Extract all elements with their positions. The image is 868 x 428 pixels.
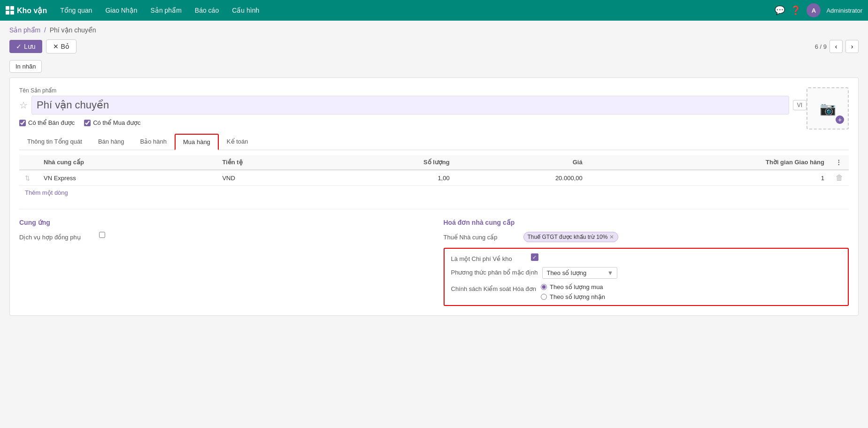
menu-item-delivery[interactable]: Giao Nhận [100, 0, 143, 21]
pagination-text: 6 / 9 [815, 43, 827, 50]
vendor-tax-value: Thuế GTGT được khấu trừ 10% ✕ [523, 232, 849, 242]
col-supplier: Nhà cung cấp [38, 155, 216, 170]
camera-icon: 📷 [820, 101, 836, 116]
secondary-bar: In nhãn [0, 58, 868, 77]
can-sell-label: Có thể Bán được [28, 119, 75, 126]
can-buy-checkbox[interactable] [84, 120, 91, 126]
allocation-select[interactable]: Theo số lượng ▼ [542, 267, 617, 279]
breadcrumb-parent[interactable]: Sản phẩm [9, 26, 40, 34]
pagination: 6 / 9 ‹ › [815, 40, 859, 53]
subcontract-row: Dịch vụ hợp đồng phụ [19, 232, 425, 241]
allocation-dropdown-arrow-icon: ▼ [607, 269, 614, 276]
can-buy-checkbox-item[interactable]: Có thể Mua được [84, 119, 140, 126]
prev-page-button[interactable]: ‹ [830, 40, 843, 53]
can-buy-label: Có thể Mua được [93, 119, 140, 126]
add-vendor-line[interactable]: Thêm một dòng [19, 186, 849, 199]
help-icon[interactable]: ❓ [791, 5, 801, 15]
tab-ban-hang[interactable]: Bán hàng [90, 134, 132, 150]
username: Administrator [826, 7, 862, 14]
product-name-left: Tên Sản phẩm ☆ VI Có thể Bán được Có thể… [19, 87, 807, 134]
breadcrumb-current: Phí vận chuyển [50, 26, 96, 34]
subcontract-label: Dịch vụ hợp đồng phụ [19, 232, 94, 241]
col-drag [19, 155, 38, 170]
invoice-control-value: Theo số lượng mua Theo số lượng nhận [541, 283, 841, 300]
allocation-row: Phương thức phân bổ mặc định Theo số lượ… [451, 267, 842, 279]
row-quantity[interactable]: 1,00 [326, 170, 455, 186]
invoice-control-label: Chính sách Kiểm soát Hóa đơn [451, 283, 536, 292]
app-logo[interactable]: Kho vận [6, 6, 47, 15]
menu-item-config[interactable]: Cấu hình [226, 0, 265, 21]
supply-section: Cung ứng Dịch vụ hợp đồng phụ [19, 219, 425, 306]
vendor-tax-label: Thuế Nhà cung cấp [444, 232, 519, 241]
subcontract-value [99, 232, 425, 238]
topnav-right: 💬 ❓ A Administrator [775, 3, 862, 17]
col-price: Giá [455, 155, 588, 170]
tab-thong-tin[interactable]: Thông tin Tổng quát [19, 134, 90, 150]
print-label-button[interactable]: In nhãn [9, 60, 42, 73]
vendor-table: Nhà cung cấp Tiền tệ Số lượng Giá Thời g… [19, 155, 849, 186]
row-price[interactable]: 20.000,00 [455, 170, 588, 186]
table-row: ⇅ VN Express VND 1,00 20.000,00 1 🗑 [19, 170, 849, 186]
delete-row-icon[interactable]: 🗑 [836, 174, 843, 182]
supply-title: Cung ứng [19, 219, 425, 226]
col-actions: ⋮ [830, 155, 849, 170]
radio-qty-ordered-input[interactable] [541, 284, 547, 290]
tab-ke-toan[interactable]: Kế toán [219, 134, 256, 150]
bottom-section: Cung ứng Dịch vụ hợp đồng phụ Hoá đơn nh… [19, 219, 849, 306]
chat-icon[interactable]: 💬 [775, 5, 785, 15]
allocation-label: Phương thức phân bổ mặc định [451, 267, 538, 276]
menu-item-products[interactable]: Sản phẩm [145, 0, 187, 21]
radio-qty-ordered-label: Theo số lượng mua [550, 283, 603, 290]
invoice-control-row: Chính sách Kiểm soát Hóa đơn Theo số lượ… [451, 283, 842, 300]
allocation-selected-value: Theo số lượng [546, 269, 586, 276]
landing-cost-checkbox[interactable] [531, 253, 538, 261]
avatar[interactable]: A [807, 3, 821, 17]
invoice-section: Hoá đơn nhà cung cấp Thuế Nhà cung cấp T… [444, 219, 849, 306]
tax-tag: Thuế GTGT được khấu trừ 10% ✕ [523, 232, 619, 242]
product-name-input[interactable] [31, 96, 789, 115]
save-button[interactable]: ✓ Lưu [9, 40, 42, 53]
tax-tag-label: Thuế GTGT được khấu trừ 10% [528, 234, 608, 240]
app-name: Kho vận [17, 6, 47, 15]
can-sell-checkbox-item[interactable]: Có thể Bán được [19, 119, 75, 126]
vendor-tax-row: Thuế Nhà cung cấp Thuế GTGT được khấu tr… [444, 232, 849, 242]
product-name-section: Tên Sản phẩm ☆ VI Có thể Bán được Có thể… [19, 87, 849, 134]
radio-qty-ordered[interactable]: Theo số lượng mua [541, 283, 605, 290]
menu-item-reports[interactable]: Báo cáo [189, 0, 224, 21]
row-delete[interactable]: 🗑 [830, 170, 849, 186]
tab-mua-hang[interactable]: Mua hàng [175, 134, 219, 150]
radio-qty-received[interactable]: Theo số lượng nhận [541, 293, 605, 300]
row-supplier[interactable]: VN Express [38, 170, 216, 186]
col-quantity: Số lượng [326, 155, 455, 170]
top-navigation: Kho vận Tổng quan Giao Nhận Sản phẩm Báo… [0, 0, 868, 21]
product-name-row: ☆ VI [19, 96, 807, 115]
can-sell-checkbox[interactable] [19, 120, 26, 126]
breadcrumb: Sản phẩm / Phí vận chuyển [0, 21, 868, 37]
col-currency: Tiền tệ [216, 155, 325, 170]
allocation-value: Theo số lượng ▼ [542, 267, 841, 279]
landing-cost-box: Là một Chi phí Về kho Phương thức phân b… [444, 248, 849, 306]
row-currency[interactable]: VND [216, 170, 325, 186]
tax-tag-remove-icon[interactable]: ✕ [609, 234, 614, 240]
main-card: Tên Sản phẩm ☆ VI Có thể Bán được Có thể… [9, 77, 859, 316]
row-drag-handle[interactable]: ⇅ [19, 170, 38, 186]
checkboxes-row: Có thể Bán được Có thể Mua được [19, 119, 807, 126]
col-delivery-time: Thời gian Giao hàng [588, 155, 830, 170]
save-check-icon: ✓ [16, 43, 22, 50]
section-divider [19, 209, 849, 209]
menu-item-overview[interactable]: Tổng quan [54, 0, 98, 21]
product-image-box[interactable]: 📷 + [807, 87, 849, 130]
next-page-button[interactable]: › [845, 40, 859, 53]
radio-qty-received-label: Theo số lượng nhận [550, 293, 605, 300]
radio-qty-received-input[interactable] [541, 294, 547, 300]
action-bar: ✓ Lưu ✕ Bỏ 6 / 9 ‹ › [0, 37, 868, 58]
add-image-icon: + [836, 115, 844, 124]
discard-button[interactable]: ✕ Bỏ [46, 39, 77, 54]
favorite-star-icon[interactable]: ☆ [19, 99, 28, 111]
row-delivery-time[interactable]: 1 [588, 170, 830, 186]
discard-x-icon: ✕ [53, 43, 59, 50]
invoice-title: Hoá đơn nhà cung cấp [444, 219, 849, 226]
subcontract-checkbox[interactable] [99, 232, 105, 238]
tab-bao-hanh[interactable]: Bảo hành [132, 134, 175, 150]
drag-icon: ⇅ [25, 175, 30, 182]
